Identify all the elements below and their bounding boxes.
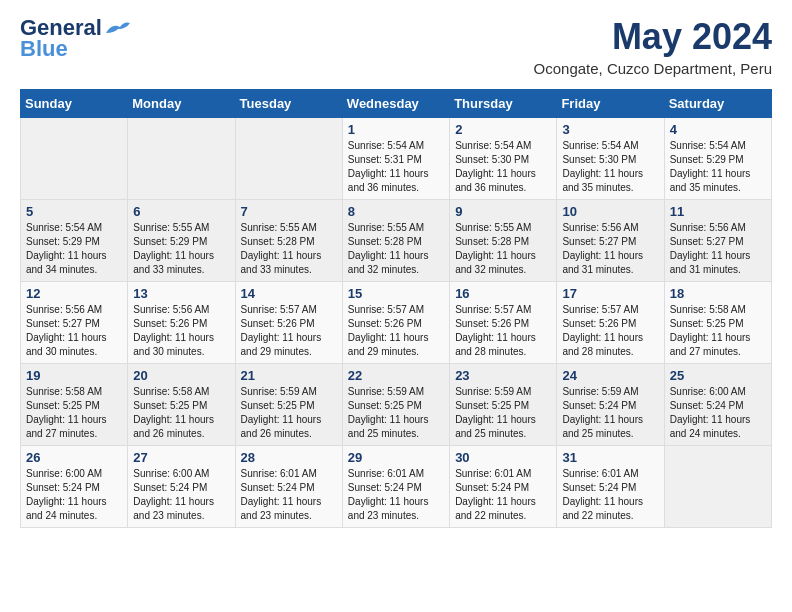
day-number: 22 <box>348 368 444 383</box>
calendar-cell: 30Sunrise: 6:01 AM Sunset: 5:24 PM Dayli… <box>450 446 557 528</box>
calendar-cell: 11Sunrise: 5:56 AM Sunset: 5:27 PM Dayli… <box>664 200 771 282</box>
cell-info: Sunrise: 5:55 AM Sunset: 5:29 PM Dayligh… <box>133 221 229 277</box>
cell-info: Sunrise: 5:59 AM Sunset: 5:24 PM Dayligh… <box>562 385 658 441</box>
calendar-day-header: Tuesday <box>235 90 342 118</box>
cell-info: Sunrise: 5:58 AM Sunset: 5:25 PM Dayligh… <box>133 385 229 441</box>
day-number: 9 <box>455 204 551 219</box>
calendar-cell: 8Sunrise: 5:55 AM Sunset: 5:28 PM Daylig… <box>342 200 449 282</box>
calendar-cell: 2Sunrise: 5:54 AM Sunset: 5:30 PM Daylig… <box>450 118 557 200</box>
day-number: 13 <box>133 286 229 301</box>
day-number: 31 <box>562 450 658 465</box>
cell-info: Sunrise: 5:54 AM Sunset: 5:30 PM Dayligh… <box>455 139 551 195</box>
day-number: 26 <box>26 450 122 465</box>
day-number: 18 <box>670 286 766 301</box>
cell-info: Sunrise: 5:57 AM Sunset: 5:26 PM Dayligh… <box>562 303 658 359</box>
day-number: 11 <box>670 204 766 219</box>
calendar-day-header: Saturday <box>664 90 771 118</box>
calendar-cell: 21Sunrise: 5:59 AM Sunset: 5:25 PM Dayli… <box>235 364 342 446</box>
cell-info: Sunrise: 6:01 AM Sunset: 5:24 PM Dayligh… <box>455 467 551 523</box>
calendar-cell: 22Sunrise: 5:59 AM Sunset: 5:25 PM Dayli… <box>342 364 449 446</box>
calendar-cell: 3Sunrise: 5:54 AM Sunset: 5:30 PM Daylig… <box>557 118 664 200</box>
day-number: 25 <box>670 368 766 383</box>
calendar-week-row: 1Sunrise: 5:54 AM Sunset: 5:31 PM Daylig… <box>21 118 772 200</box>
cell-info: Sunrise: 5:54 AM Sunset: 5:29 PM Dayligh… <box>670 139 766 195</box>
day-number: 16 <box>455 286 551 301</box>
day-number: 21 <box>241 368 337 383</box>
day-number: 29 <box>348 450 444 465</box>
day-number: 15 <box>348 286 444 301</box>
day-number: 27 <box>133 450 229 465</box>
day-number: 19 <box>26 368 122 383</box>
cell-info: Sunrise: 6:00 AM Sunset: 5:24 PM Dayligh… <box>133 467 229 523</box>
day-number: 5 <box>26 204 122 219</box>
day-number: 12 <box>26 286 122 301</box>
calendar-cell <box>128 118 235 200</box>
calendar-cell: 17Sunrise: 5:57 AM Sunset: 5:26 PM Dayli… <box>557 282 664 364</box>
calendar-week-row: 26Sunrise: 6:00 AM Sunset: 5:24 PM Dayli… <box>21 446 772 528</box>
day-number: 4 <box>670 122 766 137</box>
calendar-cell: 24Sunrise: 5:59 AM Sunset: 5:24 PM Dayli… <box>557 364 664 446</box>
location: Ocongate, Cuzco Department, Peru <box>534 60 772 77</box>
month-year: May 2024 <box>534 16 772 58</box>
cell-info: Sunrise: 5:57 AM Sunset: 5:26 PM Dayligh… <box>455 303 551 359</box>
day-number: 7 <box>241 204 337 219</box>
logo: General Blue <box>20 16 132 62</box>
cell-info: Sunrise: 6:01 AM Sunset: 5:24 PM Dayligh… <box>241 467 337 523</box>
calendar-day-header: Sunday <box>21 90 128 118</box>
calendar-cell: 23Sunrise: 5:59 AM Sunset: 5:25 PM Dayli… <box>450 364 557 446</box>
day-number: 17 <box>562 286 658 301</box>
calendar-cell: 7Sunrise: 5:55 AM Sunset: 5:28 PM Daylig… <box>235 200 342 282</box>
day-number: 10 <box>562 204 658 219</box>
calendar-cell: 16Sunrise: 5:57 AM Sunset: 5:26 PM Dayli… <box>450 282 557 364</box>
calendar-week-row: 5Sunrise: 5:54 AM Sunset: 5:29 PM Daylig… <box>21 200 772 282</box>
calendar-cell: 20Sunrise: 5:58 AM Sunset: 5:25 PM Dayli… <box>128 364 235 446</box>
cell-info: Sunrise: 5:55 AM Sunset: 5:28 PM Dayligh… <box>241 221 337 277</box>
cell-info: Sunrise: 5:58 AM Sunset: 5:25 PM Dayligh… <box>26 385 122 441</box>
calendar-day-header: Thursday <box>450 90 557 118</box>
calendar-cell: 25Sunrise: 6:00 AM Sunset: 5:24 PM Dayli… <box>664 364 771 446</box>
calendar-cell: 18Sunrise: 5:58 AM Sunset: 5:25 PM Dayli… <box>664 282 771 364</box>
calendar-day-header: Monday <box>128 90 235 118</box>
calendar-cell: 15Sunrise: 5:57 AM Sunset: 5:26 PM Dayli… <box>342 282 449 364</box>
cell-info: Sunrise: 5:54 AM Sunset: 5:31 PM Dayligh… <box>348 139 444 195</box>
calendar-table: SundayMondayTuesdayWednesdayThursdayFrid… <box>20 89 772 528</box>
logo-bird-icon <box>104 19 132 39</box>
calendar-cell: 1Sunrise: 5:54 AM Sunset: 5:31 PM Daylig… <box>342 118 449 200</box>
calendar-cell: 5Sunrise: 5:54 AM Sunset: 5:29 PM Daylig… <box>21 200 128 282</box>
calendar-day-header: Friday <box>557 90 664 118</box>
page: General Blue May 2024 Ocongate, Cuzco De… <box>0 0 792 544</box>
cell-info: Sunrise: 5:56 AM Sunset: 5:26 PM Dayligh… <box>133 303 229 359</box>
day-number: 2 <box>455 122 551 137</box>
calendar-cell: 13Sunrise: 5:56 AM Sunset: 5:26 PM Dayli… <box>128 282 235 364</box>
calendar-cell: 28Sunrise: 6:01 AM Sunset: 5:24 PM Dayli… <box>235 446 342 528</box>
cell-info: Sunrise: 5:56 AM Sunset: 5:27 PM Dayligh… <box>670 221 766 277</box>
calendar-cell: 4Sunrise: 5:54 AM Sunset: 5:29 PM Daylig… <box>664 118 771 200</box>
cell-info: Sunrise: 5:59 AM Sunset: 5:25 PM Dayligh… <box>455 385 551 441</box>
calendar-cell: 19Sunrise: 5:58 AM Sunset: 5:25 PM Dayli… <box>21 364 128 446</box>
calendar-cell: 27Sunrise: 6:00 AM Sunset: 5:24 PM Dayli… <box>128 446 235 528</box>
calendar-week-row: 12Sunrise: 5:56 AM Sunset: 5:27 PM Dayli… <box>21 282 772 364</box>
calendar-cell: 12Sunrise: 5:56 AM Sunset: 5:27 PM Dayli… <box>21 282 128 364</box>
calendar-cell: 6Sunrise: 5:55 AM Sunset: 5:29 PM Daylig… <box>128 200 235 282</box>
cell-info: Sunrise: 5:54 AM Sunset: 5:30 PM Dayligh… <box>562 139 658 195</box>
calendar-week-row: 19Sunrise: 5:58 AM Sunset: 5:25 PM Dayli… <box>21 364 772 446</box>
calendar-cell: 14Sunrise: 5:57 AM Sunset: 5:26 PM Dayli… <box>235 282 342 364</box>
calendar-cell: 26Sunrise: 6:00 AM Sunset: 5:24 PM Dayli… <box>21 446 128 528</box>
day-number: 6 <box>133 204 229 219</box>
cell-info: Sunrise: 5:55 AM Sunset: 5:28 PM Dayligh… <box>348 221 444 277</box>
day-number: 30 <box>455 450 551 465</box>
day-number: 23 <box>455 368 551 383</box>
calendar-cell: 9Sunrise: 5:55 AM Sunset: 5:28 PM Daylig… <box>450 200 557 282</box>
cell-info: Sunrise: 5:58 AM Sunset: 5:25 PM Dayligh… <box>670 303 766 359</box>
day-number: 28 <box>241 450 337 465</box>
cell-info: Sunrise: 5:57 AM Sunset: 5:26 PM Dayligh… <box>241 303 337 359</box>
cell-info: Sunrise: 5:54 AM Sunset: 5:29 PM Dayligh… <box>26 221 122 277</box>
calendar-cell <box>235 118 342 200</box>
title-block: May 2024 Ocongate, Cuzco Department, Per… <box>534 16 772 77</box>
cell-info: Sunrise: 6:01 AM Sunset: 5:24 PM Dayligh… <box>348 467 444 523</box>
cell-info: Sunrise: 5:55 AM Sunset: 5:28 PM Dayligh… <box>455 221 551 277</box>
calendar-header-row: SundayMondayTuesdayWednesdayThursdayFrid… <box>21 90 772 118</box>
day-number: 14 <box>241 286 337 301</box>
cell-info: Sunrise: 5:57 AM Sunset: 5:26 PM Dayligh… <box>348 303 444 359</box>
calendar-cell: 31Sunrise: 6:01 AM Sunset: 5:24 PM Dayli… <box>557 446 664 528</box>
